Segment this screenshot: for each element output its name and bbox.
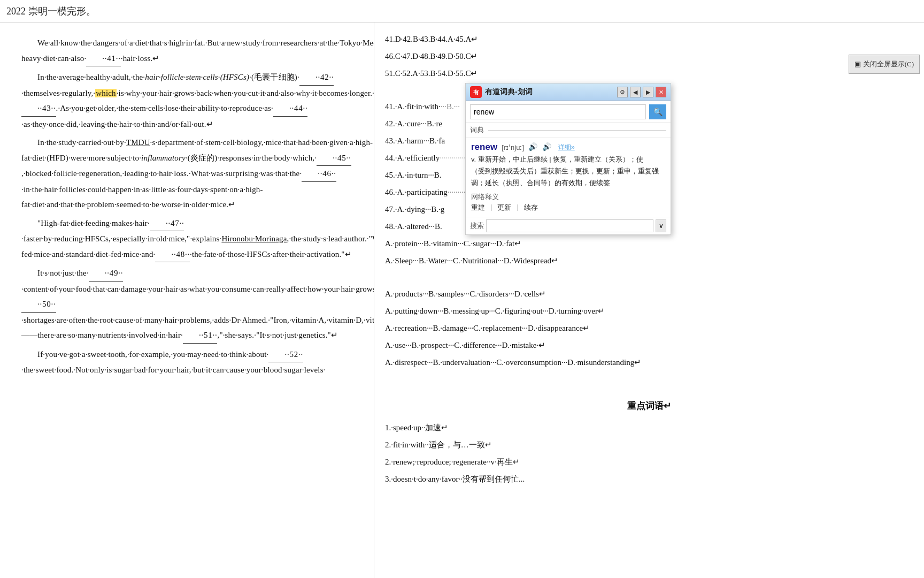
paragraph-5: It·s·not·just·the···49···content·of·your… [21, 265, 352, 344]
blank-48: ··48·· [155, 247, 190, 263]
left-panel[interactable]: We·all·know·the·dangers·of·a·diet·that·s… [0, 22, 374, 578]
paragraph-3: In·the·study·carried·out·by·TMDU·s·depar… [21, 135, 352, 212]
q55-line: A.·disrespect···B.·undervaluation···C.·o… [385, 354, 913, 370]
tmdu-link: TMDU [126, 138, 150, 147]
dict-prev-button[interactable]: ◀ [630, 87, 641, 97]
dict-logo: 有 [470, 86, 482, 98]
dict-expand-button[interactable]: ∨ [656, 219, 666, 232]
dict-popup: 有 有道词典-划词 ⚙ ◀ ▶ ✕ 🔍 词典 renew [rɪˈnjuː] 🔊… [465, 83, 671, 235]
dict-search-button[interactable]: 🔍 [649, 104, 666, 119]
dict-detail-link[interactable]: 详细» [558, 143, 575, 152]
dict-word: renew [471, 142, 497, 153]
answer-row-2: 46.C·47.D·48.B·49.D·50.C↵ [385, 48, 913, 64]
network-item-1: 重建 [471, 203, 485, 212]
key-item-3: 2.·renew;·reproduce;·regenerate··v·再生↵ [385, 454, 913, 470]
main-layout: We·all·know·the·dangers·of·a·diet·that·s… [0, 22, 924, 578]
dict-settings-button[interactable]: ⚙ [617, 87, 628, 97]
paragraph-6: If·you·ve·got·a·sweet·tooth,·for·example… [21, 347, 352, 378]
blank-43: ··43·· [21, 101, 56, 117]
key-item-4: 3.·doesn·t·do·any·favor··没有帮到任何忙... [385, 471, 913, 487]
dict-body: renew [rɪˈnjuː] 🔊 🔊 详细» v. 重新开始，中止后继续 | … [466, 138, 671, 217]
blank-49: ··49·· [89, 265, 124, 282]
close-fullscreen-button[interactable]: ▣ 关闭全屏显示(C) [849, 55, 920, 74]
close-fullscreen-label: 关闭全屏显示(C) [863, 57, 914, 71]
key-item-2: 2.·fit·in·with··适合，与…一致↵ [385, 437, 913, 453]
blank-44: ··44·· [273, 101, 308, 117]
q49-line: A.·protein···B.·vitamin···C.·sugar···D.·… [385, 235, 913, 252]
answers-header-3: 51.C·52.A·53.B·54.D·55.C↵ [385, 69, 478, 78]
dict-search-input[interactable] [470, 104, 646, 119]
q51-line: A.·products···B.·samples···C.·disorders·… [385, 286, 913, 302]
key-item-1: 1.·speed·up··加速↵ [385, 420, 913, 436]
answer-row-1: 41.D·42.B·43.B·44.A·45.A↵ [385, 31, 913, 47]
dict-network-title: 网络释义 [471, 192, 665, 202]
paragraph-4: "High-fat·diet·feeding·makes·hair···47··… [21, 216, 352, 263]
dict-audio-icon-2[interactable]: 🔊 [542, 142, 552, 152]
q50-line: A.·Sleep···B.·Water···C.·Nutritional···D… [385, 253, 913, 269]
dict-search-bar: 🔍 [466, 101, 671, 123]
hironobu-name: Hironobu·Morinaga [221, 234, 287, 243]
blank-51: ··51·· [183, 328, 218, 344]
dict-close-button[interactable]: ✕ [656, 87, 666, 97]
dict-title-text: 有道词典-划词 [485, 87, 614, 97]
q54-line: A.·use···B.·prospect···C.·difference···D… [385, 337, 913, 353]
dict-audio-icon-1[interactable]: 🔊 [528, 142, 538, 152]
paragraph-2: In·the·average·healthy·adult,·the·hair·f… [21, 70, 352, 132]
dict-word-line: renew [rɪˈnjuː] 🔊 🔊 详细» [471, 142, 665, 153]
blank-52: ··52·· [268, 347, 303, 363]
blank-47: ··47·· [150, 216, 184, 232]
dict-network-items: 重建 | 更新 | 续存 [471, 203, 665, 212]
dict-search-icon: 🔍 [653, 108, 663, 116]
section-title-keywords: 重点词语↵ [385, 397, 913, 415]
network-item-3: 续存 [524, 203, 538, 212]
italic-inflammatory: inflammatory [141, 154, 186, 162]
answers-header-2: 46.C·47.D·48.B·49.D·50.C↵ [385, 52, 478, 60]
dict-search-label: 搜索 [470, 221, 484, 231]
which-highlight: which [95, 89, 116, 97]
q53-line: A.·recreation···B.·damage···C.·replaceme… [385, 320, 913, 336]
dict-section-label: 词典 [466, 123, 671, 138]
dict-next-button[interactable]: ▶ [643, 87, 653, 97]
dict-pos-line: v. 重新开始，中止后继续 | 恢复，重新建立（关系）；使 [471, 155, 665, 164]
dict-controls: ⚙ ◀ ▶ ✕ [617, 87, 666, 97]
sep-1: | [490, 203, 492, 212]
blank-41: ··41·· [86, 51, 121, 67]
dict-title-bar: 有 有道词典-划词 ⚙ ◀ ▶ ✕ [466, 83, 671, 101]
blank-42: ··42·· [299, 70, 334, 86]
paragraph-1: We·all·know·the·dangers·of·a·diet·that·s… [21, 35, 352, 66]
blank-45: ··45·· [317, 150, 351, 166]
page-title: 2022 崇明一模完形。 [6, 5, 96, 18]
italic-hair-follicle: hair·follicle·stem·cells [145, 73, 218, 81]
answer-row-3: 51.C·52.A·53.B·54.D·55.C↵ [385, 65, 913, 81]
dict-bottom-search-input[interactable] [486, 219, 653, 232]
dict-bottom-search: 搜索 ∨ [466, 217, 671, 234]
network-item-2: 更新 [497, 203, 511, 212]
italic-hfscs: (HFSCs) [220, 73, 249, 81]
dict-definition: （受到损毁或丢失后）重获新生；更换，更新；重申，重复强调；延长（执照、合同等）的… [471, 165, 665, 189]
q52-line: A.·putting·down···B.·messing·up···C.·fig… [385, 303, 913, 319]
sep-2: | [517, 203, 518, 212]
blank-46: ··46·· [302, 166, 336, 182]
blank-50: ··50·· [21, 296, 56, 313]
title-bar: 2022 崇明一模完形。 [0, 0, 924, 22]
close-fullscreen-icon: ▣ [854, 57, 861, 71]
answers-header-1: 41.D·42.B·43.B·44.A·45.A↵ [385, 35, 478, 43]
dict-phonetic: [rɪˈnjuː] [502, 143, 524, 151]
